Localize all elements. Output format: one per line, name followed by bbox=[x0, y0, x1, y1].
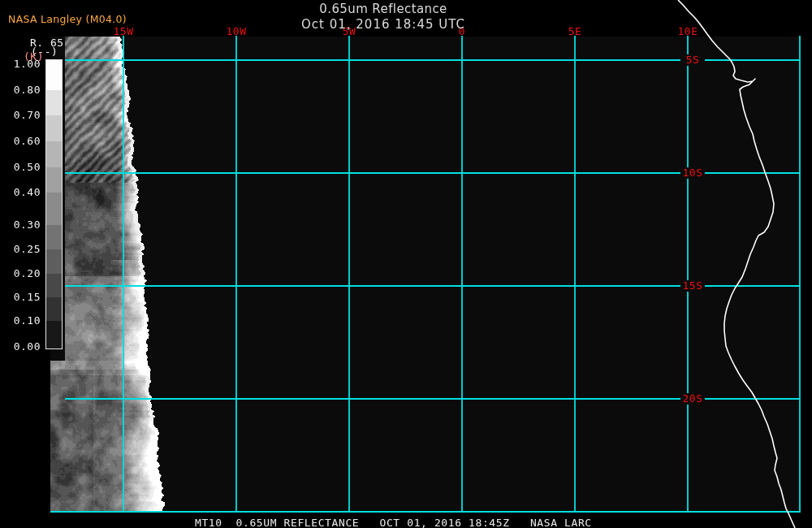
colorbar-tick: 0.60 bbox=[6, 135, 41, 147]
colorbar-tick: 0.00 bbox=[6, 340, 41, 353]
colorbar-tick: 0.40 bbox=[6, 186, 41, 198]
timestamp-subtitle: Oct 01, 2016 18:45 UTC bbox=[261, 17, 505, 32]
longitude-label-5E: 5E bbox=[557, 25, 593, 37]
colorbar-segment bbox=[46, 225, 62, 249]
colorbar-segment bbox=[46, 141, 62, 167]
colorbar-segment bbox=[46, 249, 62, 274]
colorbar-tick: 0.70 bbox=[6, 109, 41, 121]
longitude-label-10E: 10E bbox=[670, 25, 706, 37]
colorbar-tick: 0.30 bbox=[6, 219, 41, 231]
latitude-label-20S: 20S bbox=[680, 393, 705, 405]
colorbar-tick: 0.15 bbox=[6, 291, 41, 303]
colorbar-segment bbox=[46, 167, 62, 193]
latitude-label-10S: 10S bbox=[680, 167, 705, 179]
longitude-label-15W: 15W bbox=[106, 25, 141, 37]
colorbar-tick: 0.50 bbox=[6, 161, 41, 173]
colorbar-segment bbox=[46, 193, 62, 225]
footer-caption: MT10 0.65UM REFLECTANCE OCT 01, 2016 18:… bbox=[195, 517, 592, 528]
colorbar-tick: 1.00 bbox=[6, 58, 41, 70]
colorbar-segment bbox=[46, 321, 62, 348]
colorbar-tick: 0.20 bbox=[6, 267, 41, 279]
colorbar-tick: 0.25 bbox=[6, 243, 41, 255]
latitude-label-15S: 15S bbox=[680, 280, 705, 292]
colorbar-segment bbox=[46, 115, 62, 141]
africa-coastline bbox=[678, 0, 795, 528]
nasa-langley-credit: NASA Langley (M04.0) bbox=[8, 13, 127, 25]
satellite-product-viewport: 15W10W5W05E10E5S10S15S20S NASA Langley (… bbox=[0, 0, 812, 528]
colorbar-tick: 0.10 bbox=[6, 314, 41, 327]
colorbar-segment bbox=[46, 274, 62, 297]
colorbar bbox=[45, 59, 63, 349]
colorbar-segment bbox=[46, 60, 62, 90]
page-title: 0.65um Reflectance bbox=[261, 2, 505, 16]
colorbar-segment bbox=[46, 297, 62, 321]
latitude-label-5S: 5S bbox=[680, 54, 705, 66]
colorbar-tick: 0.80 bbox=[6, 84, 41, 96]
plot-title-block: 0.65um Reflectance Oct 01, 2016 18:45 UT… bbox=[261, 2, 505, 32]
map-grid-overlay bbox=[0, 0, 812, 528]
colorbar-segment bbox=[46, 90, 62, 115]
longitude-label-10W: 10W bbox=[218, 25, 254, 37]
